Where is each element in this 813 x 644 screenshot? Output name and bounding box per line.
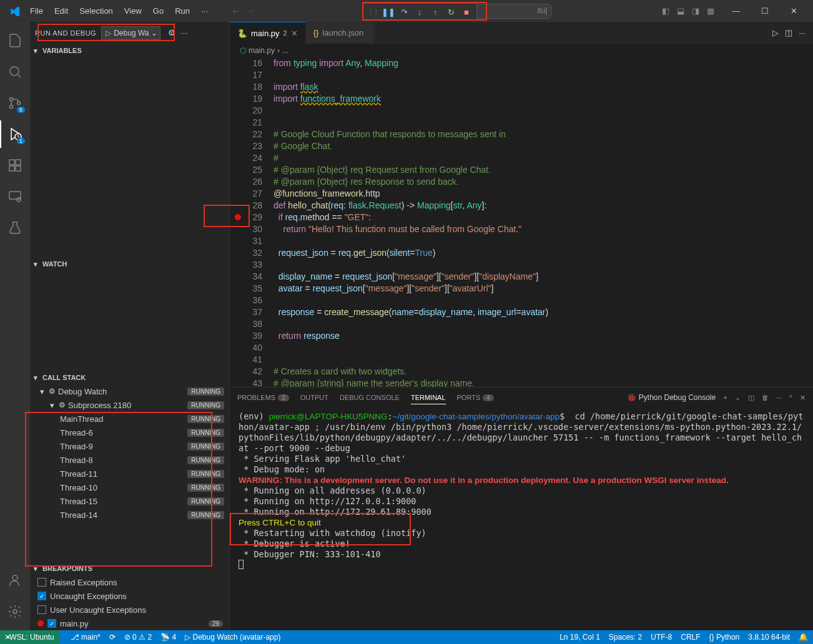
panel-tab-ports[interactable]: PORTS4 bbox=[457, 391, 494, 404]
split-terminal-icon[interactable]: ◫ bbox=[748, 394, 754, 402]
status-sync[interactable]: ⟳ bbox=[109, 633, 116, 642]
menu-run[interactable]: Run bbox=[170, 4, 195, 18]
source-control-icon[interactable]: 5 bbox=[0, 89, 30, 117]
debug-config-dropdown[interactable]: ▷ Debug Wa ⌄ bbox=[101, 26, 160, 40]
status-item[interactable]: {} Python bbox=[709, 633, 740, 642]
menubar: FileEditSelectionViewGoRun··· bbox=[25, 4, 213, 18]
svg-point-1 bbox=[10, 98, 13, 101]
breakpoint-file[interactable]: ✓main.py29 bbox=[30, 617, 229, 630]
callstack-row[interactable]: Thread-15RUNNING bbox=[30, 494, 229, 508]
layout-panel-icon[interactable]: ⬓ bbox=[677, 6, 684, 16]
checkbox[interactable]: ✓ bbox=[37, 592, 46, 600]
nav-fwd-icon[interactable]: → bbox=[246, 6, 254, 16]
chevron-down-icon[interactable]: ⌄ bbox=[735, 394, 741, 402]
terminal-selector[interactable]: 🐞 Python Debug Console bbox=[627, 393, 716, 402]
status-item[interactable]: UTF-8 bbox=[651, 633, 672, 642]
accounts-icon[interactable] bbox=[0, 567, 30, 594]
status-item[interactable]: Ln 19, Col 1 bbox=[559, 633, 600, 642]
callstack-row[interactable]: Thread-6RUNNING bbox=[30, 426, 229, 439]
kill-terminal-icon[interactable]: 🗑 bbox=[762, 394, 769, 401]
more-icon[interactable]: ··· bbox=[776, 394, 782, 401]
terminal-output[interactable]: (env) pierrick@LAPTOP-HKU5PNNG:~/git/goo… bbox=[230, 407, 813, 630]
close-icon[interactable]: ✕ bbox=[291, 29, 298, 38]
menu-go[interactable]: Go bbox=[148, 4, 169, 18]
callstack-row[interactable]: Thread-14RUNNING bbox=[30, 508, 229, 522]
checkbox[interactable]: ✓ bbox=[47, 619, 56, 628]
section-breakpoints[interactable]: ▾BREAKPOINTS bbox=[30, 562, 229, 575]
debug-stop-icon[interactable]: ■ bbox=[459, 4, 474, 19]
explorer-icon[interactable] bbox=[0, 27, 30, 54]
breakpoint-filter[interactable]: User Uncaught Exceptions bbox=[30, 603, 229, 617]
breadcrumb[interactable]: ⬡ main.py › ... bbox=[230, 44, 813, 57]
menu-selection[interactable]: Selection bbox=[74, 4, 117, 18]
breakpoint-filter[interactable]: ✓Uncaught Exceptions bbox=[30, 589, 229, 603]
callstack-row[interactable]: MainThreadRUNNING bbox=[30, 412, 229, 426]
more-icon[interactable]: ··· bbox=[799, 28, 806, 37]
layout-primary-icon[interactable]: ◧ bbox=[662, 6, 669, 16]
more-icon[interactable]: ··· bbox=[180, 28, 187, 37]
status-bar: >< WSL: Ubuntu ⎇ main* ⟳ ⊘ 0 ⚠ 2 📡 4 ▷ D… bbox=[0, 630, 813, 644]
debug-pause-icon[interactable]: ❚❚ bbox=[381, 4, 396, 19]
debug-settings-icon[interactable]: ⚙ bbox=[168, 28, 175, 37]
extensions-icon[interactable] bbox=[0, 152, 30, 179]
callstack-row[interactable]: Thread-8RUNNING bbox=[30, 453, 229, 467]
tab-launch-json[interactable]: {}launch.json bbox=[306, 22, 375, 44]
close-panel-icon[interactable]: ✕ bbox=[800, 394, 806, 402]
debug-grip-icon[interactable]: ⋮⋮ bbox=[365, 4, 380, 19]
maximize-panel-icon[interactable]: ^ bbox=[789, 394, 792, 401]
panel-tab-terminal[interactable]: TERMINAL bbox=[411, 391, 446, 404]
status-debug[interactable]: ▷ Debug Watch (avatar-app) bbox=[185, 633, 280, 642]
remote-explorer-icon[interactable] bbox=[0, 183, 30, 210]
section-watch[interactable]: ▾WATCH bbox=[30, 257, 229, 271]
remote-indicator[interactable]: >< WSL: Ubuntu bbox=[0, 630, 59, 644]
status-problems[interactable]: ⊘ 0 ⚠ 2 bbox=[124, 633, 152, 642]
status-item[interactable]: 3.8.10 64-bit bbox=[748, 633, 790, 642]
breakpoint-glyph[interactable] bbox=[235, 214, 241, 220]
breakpoint-filter[interactable]: Raised Exceptions bbox=[30, 575, 229, 589]
checkbox[interactable] bbox=[37, 605, 46, 614]
menu-edit[interactable]: Edit bbox=[49, 4, 73, 18]
window-minimize[interactable]: — bbox=[722, 0, 751, 22]
layout-secondary-icon[interactable]: ◨ bbox=[692, 6, 699, 16]
minimap[interactable] bbox=[744, 57, 813, 387]
section-variables[interactable]: ▾VARIABLES bbox=[30, 44, 229, 57]
section-callstack[interactable]: ▾CALL STACK bbox=[30, 371, 229, 384]
debug-restart-icon[interactable]: ↻ bbox=[443, 4, 458, 19]
menu-file[interactable]: File bbox=[25, 4, 48, 18]
debug-toolbar[interactable]: ⋮⋮ ❚❚ ↷ ↓ ↑ ↻ ■ bbox=[362, 3, 477, 21]
status-item[interactable]: 🔔 bbox=[799, 633, 808, 642]
start-debug-icon[interactable]: ▷ bbox=[106, 29, 111, 37]
debug-step-out-icon[interactable]: ↑ bbox=[428, 4, 443, 19]
window-maximize[interactable]: ☐ bbox=[751, 0, 779, 22]
code-editor[interactable]: 1617181920212223242526272829303132333435… bbox=[230, 57, 813, 387]
callstack-row[interactable]: Thread-10RUNNING bbox=[30, 481, 229, 494]
run-debug-icon[interactable]: 1 bbox=[0, 120, 30, 148]
panel-tab-problems[interactable]: PROBLEMS2 bbox=[237, 391, 289, 404]
tab-main-py[interactable]: 🐍main.py2✕ bbox=[230, 22, 306, 44]
status-ports[interactable]: 📡 4 bbox=[160, 633, 176, 642]
menu-···[interactable]: ··· bbox=[196, 4, 213, 18]
status-item[interactable]: Spaces: 2 bbox=[609, 633, 642, 642]
search-icon[interactable] bbox=[0, 58, 30, 85]
layout-grid-icon[interactable]: ▦ bbox=[707, 6, 714, 16]
menu-view[interactable]: View bbox=[119, 4, 147, 18]
status-branch[interactable]: ⎇ main* bbox=[71, 633, 101, 642]
running-badge: RUNNING bbox=[187, 429, 224, 437]
split-icon[interactable]: ◫ bbox=[785, 28, 792, 37]
checkbox[interactable] bbox=[37, 578, 46, 587]
window-close[interactable]: ✕ bbox=[779, 0, 808, 22]
new-terminal-icon[interactable]: + bbox=[723, 394, 727, 401]
callstack-row[interactable]: ▾⚙Subprocess 2180RUNNING bbox=[30, 398, 229, 412]
debug-step-into-icon[interactable]: ↓ bbox=[412, 4, 427, 19]
testing-icon[interactable] bbox=[0, 214, 30, 242]
callstack-row[interactable]: ▾⚙Debug WatchRUNNING bbox=[30, 384, 229, 398]
panel-tab-output[interactable]: OUTPUT bbox=[300, 391, 328, 404]
panel-tab-debug-console[interactable]: DEBUG CONSOLE bbox=[340, 391, 400, 404]
callstack-row[interactable]: Thread-9RUNNING bbox=[30, 439, 229, 453]
settings-gear-icon[interactable] bbox=[0, 598, 30, 625]
debug-step-over-icon[interactable]: ↷ bbox=[397, 4, 411, 19]
status-item[interactable]: CRLF bbox=[681, 633, 700, 642]
run-icon[interactable]: ▷ bbox=[772, 28, 779, 37]
callstack-row[interactable]: Thread-11RUNNING bbox=[30, 467, 229, 481]
nav-back-icon[interactable]: ← bbox=[232, 6, 240, 16]
